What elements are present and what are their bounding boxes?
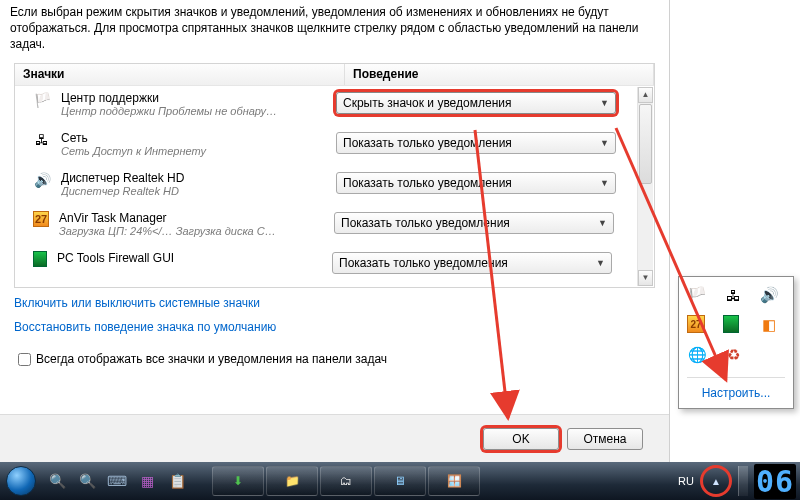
toggle-system-icons-link[interactable]: Включить или выключить системные значки bbox=[14, 296, 655, 310]
scroll-thumb[interactable] bbox=[639, 104, 652, 184]
chevron-down-icon: ▼ bbox=[598, 218, 607, 228]
dialog-footer: OK Отмена bbox=[0, 414, 669, 462]
row-desc: Сеть Доступ к Интернету bbox=[61, 145, 336, 157]
network-icon: 🖧 bbox=[33, 131, 51, 149]
col-header-icons[interactable]: Значки bbox=[15, 64, 345, 85]
taskbar-left: 🔍 🔍 ⌨ ▦ 📋 ⬇ 📁 🗂 🖥 🪟 bbox=[0, 466, 480, 496]
taskbar-tasks: ⬇ 📁 🗂 🖥 🪟 bbox=[212, 466, 480, 496]
flag-icon[interactable]: 🏳️ bbox=[687, 285, 707, 305]
clock-fragment: 06 bbox=[754, 464, 796, 499]
ok-button[interactable]: OK bbox=[483, 428, 559, 450]
row-anvir: 27 AnVir Task Manager Загрузка ЦП: 24%</… bbox=[15, 206, 654, 246]
start-button[interactable] bbox=[6, 466, 36, 496]
row-name: AnVir Task Manager bbox=[59, 211, 334, 225]
dropdown-value: Показать только уведомления bbox=[339, 256, 508, 270]
row-name: Центр поддержки bbox=[61, 91, 336, 105]
behavior-dropdown[interactable]: Показать только уведомления ▼ bbox=[332, 252, 612, 274]
globe-icon[interactable]: 🌐 bbox=[687, 345, 707, 365]
always-show-label: Всегда отображать все значки и уведомлен… bbox=[36, 352, 387, 366]
restore-default-link[interactable]: Восстановить поведение значка по умолчан… bbox=[14, 320, 655, 334]
notification-icons-dialog: Если выбран режим скрытия значков и увед… bbox=[0, 0, 670, 462]
task-button[interactable]: ⬇ bbox=[212, 466, 264, 496]
quicklaunch-icon[interactable]: ⌨ bbox=[108, 472, 126, 490]
ccleaner-icon[interactable]: ♻ bbox=[723, 345, 743, 365]
popup-icon-grid: 🏳️ 🖧 🔊 27 ◧ 🌐 ♻ bbox=[687, 285, 785, 369]
row-pctools: PC Tools Firewall GUI Показать только ув… bbox=[15, 246, 654, 286]
orange-icon[interactable]: ◧ bbox=[759, 315, 779, 335]
shield-icon[interactable] bbox=[723, 315, 739, 333]
taskbar: 🔍 🔍 ⌨ ▦ 📋 ⬇ 📁 🗂 🖥 🪟 RU ▲ 06 bbox=[0, 462, 800, 500]
row-network: 🖧 Сеть Сеть Доступ к Интернету Показать … bbox=[15, 126, 654, 166]
quicklaunch-icon[interactable]: ▦ bbox=[138, 472, 156, 490]
chevron-down-icon: ▼ bbox=[600, 138, 609, 148]
quicklaunch-icon[interactable]: 🔍 bbox=[78, 472, 96, 490]
behavior-dropdown[interactable]: Скрыть значок и уведомления ▼ bbox=[336, 92, 616, 114]
network-icon[interactable]: 🖧 bbox=[723, 285, 743, 305]
always-show-checkbox[interactable] bbox=[18, 353, 31, 366]
row-name: Сеть bbox=[61, 131, 336, 145]
tray-overflow-arrow-icon[interactable]: ▲ bbox=[711, 476, 721, 487]
show-desktop-button[interactable] bbox=[738, 466, 748, 496]
customize-link[interactable]: Настроить... bbox=[687, 384, 785, 402]
always-show-row: Всегда отображать все значки и уведомлен… bbox=[0, 346, 669, 373]
row-desc: Центр поддержки Проблемы не обнару… bbox=[61, 105, 336, 117]
dialog-description: Если выбран режим скрытия значков и увед… bbox=[0, 0, 669, 63]
tray-overflow-button-highlight: ▲ bbox=[700, 465, 732, 497]
chevron-down-icon: ▼ bbox=[596, 258, 605, 268]
chevron-down-icon: ▼ bbox=[600, 98, 609, 108]
task-button[interactable]: 📁 bbox=[266, 466, 318, 496]
task-button[interactable]: 🗂 bbox=[320, 466, 372, 496]
row-desc: Загрузка ЦП: 24%</… Загрузка диска С… bbox=[59, 225, 334, 237]
col-header-behavior[interactable]: Поведение bbox=[345, 64, 654, 85]
scroll-up-button[interactable]: ▲ bbox=[638, 87, 653, 103]
dialog-links: Включить или выключить системные значки … bbox=[0, 288, 669, 346]
row-name: Диспетчер Realtek HD bbox=[61, 171, 336, 185]
cancel-button[interactable]: Отмена bbox=[567, 428, 643, 450]
quicklaunch-icon[interactable]: 📋 bbox=[168, 472, 186, 490]
row-action-center: 🏳️ Центр поддержки Центр поддержки Пробл… bbox=[15, 86, 654, 126]
task-button[interactable]: 🖥 bbox=[374, 466, 426, 496]
anvir-icon: 27 bbox=[33, 211, 49, 227]
dropdown-value: Показать только уведомления bbox=[341, 216, 510, 230]
taskbar-tray: RU ▲ 06 bbox=[674, 464, 800, 499]
language-indicator[interactable]: RU bbox=[674, 473, 698, 489]
behavior-dropdown[interactable]: Показать только уведомления ▼ bbox=[336, 172, 616, 194]
grid-rows: 🏳️ Центр поддержки Центр поддержки Пробл… bbox=[15, 86, 654, 286]
row-desc: Диспетчер Realtek HD bbox=[61, 185, 336, 197]
shield-icon bbox=[33, 251, 47, 267]
row-realtek: 🔊 Диспетчер Realtek HD Диспетчер Realtek… bbox=[15, 166, 654, 206]
dropdown-value: Скрыть значок и уведомления bbox=[343, 96, 511, 110]
popup-separator bbox=[687, 377, 785, 378]
behavior-dropdown[interactable]: Показать только уведомления ▼ bbox=[336, 132, 616, 154]
quicklaunch-icon[interactable]: 🔍 bbox=[48, 472, 66, 490]
scroll-down-button[interactable]: ▼ bbox=[638, 270, 653, 286]
flag-icon: 🏳️ bbox=[33, 91, 51, 109]
dropdown-value: Показать только уведомления bbox=[343, 136, 512, 150]
chevron-down-icon: ▼ bbox=[600, 178, 609, 188]
icons-grid: Значки Поведение 🏳️ Центр поддержки Цент… bbox=[14, 63, 655, 288]
dropdown-value: Показать только уведомления bbox=[343, 176, 512, 190]
speaker-icon[interactable]: 🔊 bbox=[759, 285, 779, 305]
behavior-dropdown[interactable]: Показать только уведомления ▼ bbox=[334, 212, 614, 234]
grid-header: Значки Поведение bbox=[15, 64, 654, 86]
grid-scrollbar[interactable]: ▲ ▼ bbox=[637, 87, 653, 286]
speaker-icon: 🔊 bbox=[33, 171, 51, 189]
row-name: PC Tools Firewall GUI bbox=[57, 251, 332, 265]
tray-overflow-popup: 🏳️ 🖧 🔊 27 ◧ 🌐 ♻ Настроить... bbox=[678, 276, 794, 409]
task-button[interactable]: 🪟 bbox=[428, 466, 480, 496]
anvir-icon[interactable]: 27 bbox=[687, 315, 705, 333]
